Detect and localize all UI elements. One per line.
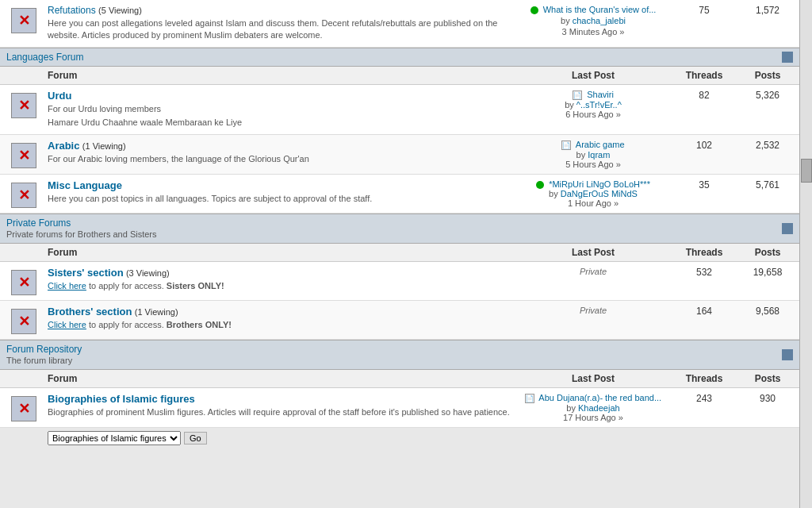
private-header: Private Forums Private forums for Brothe… xyxy=(0,214,799,244)
urdu-row: ✕ Urdu For our Urdu loving members Hamar… xyxy=(0,85,799,135)
brothers-private-status: Private xyxy=(580,306,607,315)
repository-section-icon xyxy=(782,349,793,360)
urdu-link[interactable]: Urdu xyxy=(48,90,71,102)
biographies-link[interactable]: Biographies of Islamic figures xyxy=(48,393,195,405)
repository-header: Forum Repository The forum library xyxy=(0,340,799,370)
arabic-lastpost: 📄 Arabic game by Iqram 5 Hours Ago » xyxy=(514,140,672,169)
languages-header: Languages Forum xyxy=(0,48,799,67)
urdu-posts: 5,326 xyxy=(736,90,799,101)
misc-lang-lastpost-link[interactable]: *MiRpUri LiNgO BoLoH*** xyxy=(549,179,650,189)
brothers-threads: 164 xyxy=(672,306,736,317)
biographies-info: Biographies of Islamic figures Biographi… xyxy=(48,393,514,418)
arabic-lastpost-user[interactable]: Iqram xyxy=(588,150,610,160)
sisters-viewing: (3 Viewing) xyxy=(126,268,170,278)
urdu-info: Urdu For our Urdu loving members Hamare … xyxy=(48,90,514,129)
refutations-link[interactable]: Refutations xyxy=(48,5,96,16)
biographies-time: 17 Hours Ago » xyxy=(514,413,672,422)
private-col-posts: Posts xyxy=(736,247,799,258)
repository-col-headers: Forum Last Post Threads Posts xyxy=(0,370,799,388)
doc-icon-bio: 📄 xyxy=(525,394,534,403)
repo-col-posts: Posts xyxy=(736,373,799,384)
urdu-time: 6 Hours Ago » xyxy=(514,110,672,119)
repo-col-lastpost: Last Post xyxy=(514,373,672,384)
scrollbar-thumb[interactable] xyxy=(801,159,812,183)
private-section-icon xyxy=(782,223,793,234)
private-title-link[interactable]: Private Forums xyxy=(6,217,71,229)
biographies-lastpost-user[interactable]: Khadeejah xyxy=(578,403,620,413)
repository-go-button[interactable]: Go xyxy=(184,432,207,444)
arabic-lastpost-link[interactable]: Arabic game xyxy=(576,140,625,149)
misc-lang-desc: Here you can post topics in all language… xyxy=(48,193,514,205)
misc-lang-threads: 35 xyxy=(672,179,736,190)
repository-section: Forum Repository The forum library Forum… xyxy=(0,340,799,448)
biographies-icon: ✕ xyxy=(11,396,36,421)
refutations-posts: 1,572 xyxy=(736,5,799,16)
urdu-desc2: Hamare Urdu Chaahne waale Membaraan ke L… xyxy=(48,117,514,129)
biographies-row: ✕ Biographies of Islamic figures Biograp… xyxy=(0,388,799,428)
arabic-link[interactable]: Arabic xyxy=(48,140,79,152)
urdu-lastpost-user[interactable]: ^..sTr!vEr..^ xyxy=(576,100,622,110)
biographies-posts: 930 xyxy=(736,393,799,404)
urdu-lastpost-link[interactable]: Shaviri xyxy=(587,90,614,99)
private-subtitle: Private forums for Brothers and Sisters xyxy=(6,229,157,239)
arabic-row: ✕ Arabic (1 Viewing) For our Arabic lovi… xyxy=(0,135,799,175)
arabic-viewing: (1 Viewing) xyxy=(82,141,126,151)
sisters-only-text: Sisters ONLY! xyxy=(167,281,224,291)
green-dot-icon xyxy=(530,6,538,14)
private-col-forum: Forum xyxy=(0,247,514,258)
lang-col-threads: Threads xyxy=(672,70,736,81)
brothers-posts: 9,568 xyxy=(736,306,799,317)
misc-lang-icon: ✕ xyxy=(11,183,36,208)
refutations-lastpost-user[interactable]: chacha_jalebi xyxy=(573,16,626,25)
lang-col-forum: Forum xyxy=(0,70,514,81)
refutations-lastpost-time: 3 Minutes Ago » xyxy=(514,27,672,37)
brothers-only-text: Brothers ONLY! xyxy=(167,320,232,329)
refutations-row: ✕ Refutations (5 Viewing) Here you can p… xyxy=(0,0,799,48)
private-col-threads: Threads xyxy=(672,247,736,258)
urdu-desc1: For our Urdu loving members xyxy=(48,103,514,115)
sisters-lastpost: Private xyxy=(514,267,672,276)
refutations-icon-cell: ✕ xyxy=(0,5,48,33)
biographies-lastpost: 📄 Abu Dujana(r.a)- the red band... by Kh… xyxy=(514,393,672,422)
arabic-threads: 102 xyxy=(672,140,736,151)
misc-lang-lastpost-user[interactable]: DaNgErOuS MiNdS xyxy=(561,189,638,198)
repository-title-link[interactable]: Forum Repository xyxy=(6,344,82,355)
arabic-icon: ✕ xyxy=(11,143,36,168)
sisters-click-here[interactable]: Click here xyxy=(48,281,86,291)
misc-lang-row: ✕ Misc Language Here you can post topics… xyxy=(0,175,799,214)
languages-col-headers: Forum Last Post Threads Posts xyxy=(0,67,799,85)
misc-lang-info: Misc Language Here you can post topics i… xyxy=(48,179,514,205)
repository-subtitle: The forum library xyxy=(6,356,72,365)
refutations-desc: Here you can post allegations leveled ag… xyxy=(48,17,514,42)
sisters-private-status: Private xyxy=(580,267,607,276)
doc-icon-arabic: 📄 xyxy=(561,140,571,150)
languages-title-link[interactable]: Languages Forum xyxy=(6,52,83,63)
arabic-desc: For our Arabic loving members, the langu… xyxy=(48,153,514,165)
refutations-viewing: (5 Viewing) xyxy=(98,6,142,15)
repository-dropdown[interactable]: Biographies of Islamic figures xyxy=(48,431,181,445)
refutations-lastpost-link[interactable]: What is the Quran's view of... xyxy=(543,5,657,14)
arabic-info: Arabic (1 Viewing) For our Arabic loving… xyxy=(48,140,514,165)
brothers-click-here[interactable]: Click here xyxy=(48,320,86,329)
sisters-info: Sisters' section (3 Viewing) Click here … xyxy=(48,267,514,292)
languages-section-icon xyxy=(782,52,793,63)
sisters-apply: Click here to apply for access. Sisters … xyxy=(48,280,514,292)
lang-col-posts: Posts xyxy=(736,70,799,81)
refutations-info: Refutations (5 Viewing) Here you can pos… xyxy=(48,5,514,42)
urdu-threads: 82 xyxy=(672,90,736,101)
brothers-link[interactable]: Brothers' section xyxy=(48,306,132,318)
refutations-section: ✕ Refutations (5 Viewing) Here you can p… xyxy=(0,0,799,48)
private-col-lastpost: Last Post xyxy=(514,247,672,258)
refutations-lastpost: What is the Quran's view of... by chacha… xyxy=(514,5,672,37)
brothers-info: Brothers' section (1 Viewing) Click here… xyxy=(48,306,514,331)
brothers-lastpost: Private xyxy=(514,306,672,315)
sisters-posts: 19,658 xyxy=(736,267,799,278)
biographies-lastpost-link[interactable]: Abu Dujana(r.a)- the red band... xyxy=(538,393,661,402)
sisters-link[interactable]: Sisters' section xyxy=(48,267,124,279)
misc-lang-lastpost: *MiRpUri LiNgO BoLoH*** by DaNgErOuS MiN… xyxy=(514,179,672,208)
scrollbar[interactable] xyxy=(799,0,812,508)
private-col-headers: Forum Last Post Threads Posts xyxy=(0,244,799,262)
sisters-icon: ✕ xyxy=(11,270,36,295)
misc-lang-link[interactable]: Misc Language xyxy=(48,179,122,191)
misc-green-dot-icon xyxy=(536,181,544,189)
